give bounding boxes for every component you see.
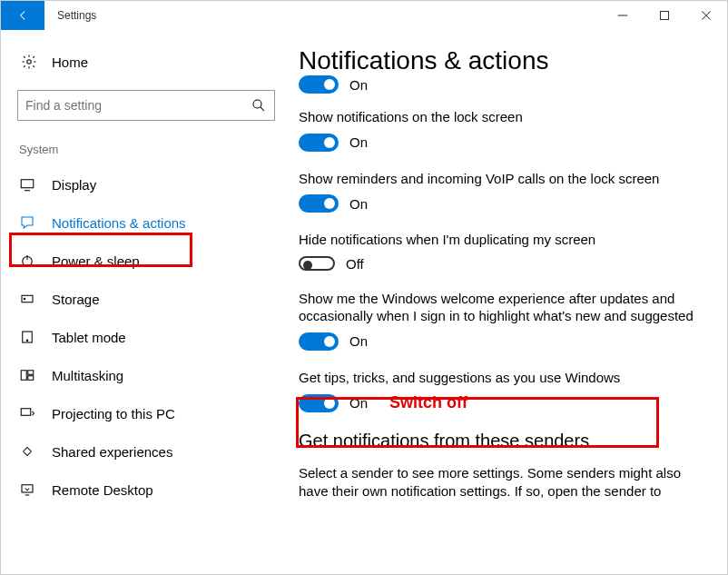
sidebar-item-shared[interactable]: Shared experiences — [1, 432, 291, 471]
svg-rect-12 — [21, 409, 31, 416]
remote-icon — [19, 481, 39, 498]
sidebar-item-label: Remote Desktop — [39, 482, 153, 498]
titlebar: Settings — [1, 1, 727, 30]
svg-rect-13 — [22, 485, 33, 492]
svg-rect-0 — [661, 12, 669, 20]
setting-desc: Get tips, tricks, and suggestions as you… — [299, 369, 700, 387]
sidebar-item-storage[interactable]: Storage — [1, 280, 291, 318]
svg-rect-11 — [28, 376, 34, 381]
senders-subheading: Get notifications from these senders — [299, 431, 700, 451]
projecting-icon — [19, 405, 39, 421]
sidebar-item-remote[interactable]: Remote Desktop — [1, 471, 291, 509]
sidebar-item-label: Power & sleep — [39, 253, 140, 269]
svg-point-6 — [24, 298, 25, 300]
search-icon — [251, 97, 267, 114]
toggle-state: On — [349, 134, 368, 150]
home-button[interactable]: Home — [1, 45, 291, 79]
svg-rect-3 — [21, 180, 34, 188]
search-box[interactable] — [17, 90, 275, 121]
shared-icon — [19, 443, 39, 460]
sidebar-item-notifications[interactable]: Notifications & actions — [1, 203, 291, 242]
search-input[interactable] — [25, 98, 251, 113]
maximize-icon — [656, 7, 673, 24]
svg-rect-9 — [21, 371, 26, 381]
storage-icon — [19, 291, 39, 307]
toggle-tips-tricks[interactable] — [299, 394, 339, 412]
setting-desc: Hide notifications when I'm duplicating … — [299, 231, 700, 249]
power-icon — [19, 253, 39, 269]
setting-welcome-experience: Show me the Windows welcome experience a… — [299, 290, 700, 351]
setting-hide-duplicating: Hide notifications when I'm duplicating … — [299, 231, 700, 272]
toggle-state: On — [349, 196, 368, 212]
gear-icon — [19, 54, 39, 70]
svg-point-1 — [27, 60, 32, 64]
tablet-icon — [19, 329, 39, 345]
toggle-state: Off — [346, 256, 364, 272]
setting-partial: On — [299, 75, 700, 94]
minimize-button[interactable] — [602, 1, 644, 30]
sidebar-item-label: Display — [39, 177, 96, 193]
toggle-welcome-experience[interactable] — [299, 332, 339, 351]
display-icon — [19, 176, 39, 193]
setting-desc: Show reminders and incoming VoIP calls o… — [299, 170, 700, 188]
maximize-button[interactable] — [644, 1, 685, 30]
sidebar: Home System Display Notifications & acti… — [1, 30, 291, 575]
sidebar-item-display[interactable]: Display — [1, 165, 291, 203]
svg-rect-10 — [28, 371, 34, 375]
toggle-partial[interactable] — [299, 75, 339, 94]
notifications-icon — [19, 214, 39, 231]
window-title: Settings — [44, 9, 602, 22]
sidebar-item-label: Multitasking — [39, 368, 123, 383]
page-heading: Notifications & actions — [299, 46, 700, 75]
sidebar-item-tablet[interactable]: Tablet mode — [1, 318, 291, 356]
close-button[interactable] — [685, 1, 727, 30]
sidebar-item-power[interactable]: Power & sleep — [1, 242, 291, 280]
toggle-reminders-voip[interactable] — [299, 194, 339, 213]
sidebar-item-label: Projecting to this PC — [39, 406, 175, 421]
setting-lockscreen-notifications: Show notifications on the lock screen On — [299, 108, 700, 152]
sidebar-item-label: Shared experiences — [39, 444, 172, 460]
arrow-left-icon — [15, 7, 31, 24]
sidebar-item-label: Storage — [39, 292, 100, 307]
sidebar-item-label: Notifications & actions — [39, 215, 186, 231]
setting-desc: Show notifications on the lock screen — [299, 108, 700, 126]
toggle-lockscreen-notifications[interactable] — [299, 134, 339, 152]
home-label: Home — [39, 55, 88, 70]
setting-desc: Show me the Windows welcome experience a… — [299, 290, 700, 325]
main-content: Notifications & actions On Show notifica… — [291, 30, 727, 575]
back-button[interactable] — [1, 1, 44, 30]
annotation-switch-off: Switch off — [389, 393, 467, 412]
toggle-state: On — [349, 333, 368, 349]
setting-reminders-voip: Show reminders and incoming VoIP calls o… — [299, 170, 700, 213]
toggle-state: On — [349, 395, 368, 411]
sidebar-item-label: Tablet mode — [39, 330, 126, 345]
toggle-hide-duplicating[interactable] — [299, 256, 335, 271]
sidebar-item-multitasking[interactable]: Multitasking — [1, 356, 291, 394]
multitasking-icon — [19, 367, 39, 383]
close-icon — [698, 7, 714, 24]
svg-point-8 — [26, 340, 28, 342]
svg-point-2 — [253, 100, 261, 108]
minimize-icon — [615, 7, 631, 24]
toggle-state: On — [349, 77, 368, 93]
sidebar-item-projecting[interactable]: Projecting to this PC — [1, 394, 291, 432]
setting-tips-tricks: Get tips, tricks, and suggestions as you… — [299, 369, 700, 413]
sidebar-section-label: System — [1, 137, 291, 165]
senders-description: Select a sender to see more settings. So… — [299, 464, 700, 501]
